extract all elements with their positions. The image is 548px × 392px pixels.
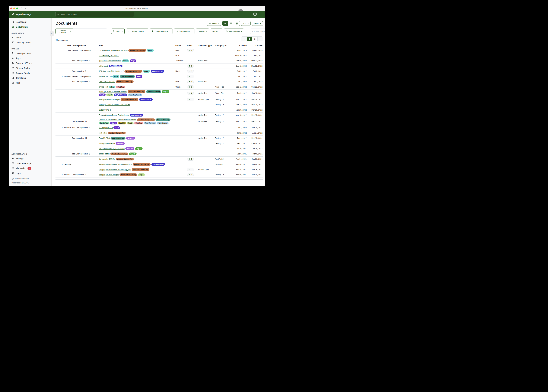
sidebar-item-documentation[interactable]: Documentation xyxy=(12,177,49,181)
notes-badge[interactable]: 2 xyxy=(187,49,194,52)
tag-pill[interactable]: TagWithPartial xyxy=(151,163,165,166)
document-title-link[interactable]: sample-pdf-with-images xyxy=(99,174,119,176)
cell-correspondent[interactable]: Correspondent 14 xyxy=(72,137,98,139)
cell-document-type[interactable]: Another Type xyxy=(198,168,214,171)
document-title-link[interactable]: sat-practice-test-1_pt2-collated xyxy=(99,147,125,150)
document-title-link[interactable]: 0004814539_20230531 xyxy=(99,55,119,57)
notes-badge[interactable]: 1 xyxy=(187,64,194,68)
cell-correspondent[interactable]: Test Correspondent 1 xyxy=(72,81,98,83)
title-content-input[interactable] xyxy=(73,28,107,34)
close-window-button[interactable] xyxy=(10,7,12,9)
tag-pill[interactable]: Inbox xyxy=(112,75,119,78)
document-title-link[interactable]: A Sample PDF 2 xyxy=(99,127,113,129)
tag-pill[interactable]: Tag 3 xyxy=(138,174,145,176)
reset-filters-button[interactable]: × Reset filters xyxy=(250,28,265,34)
document-title-link[interactable]: multi-page-mixedxx xyxy=(99,142,115,144)
document-title-link[interactable]: H7_Napoleon_Bonaparte_zadanie xyxy=(99,49,128,51)
document-title-link[interactable]: ReadMe Test xyxy=(99,137,110,139)
notes-badge[interactable]: 4 xyxy=(187,80,194,83)
tag-pill[interactable]: With Perms xyxy=(157,122,169,125)
forward-icon[interactable] xyxy=(24,7,26,9)
filter-correspondent-button[interactable]: Correspondent xyxy=(126,28,148,34)
cell-document-type[interactable]: Invoice Test xyxy=(198,114,214,116)
tag-pill[interactable]: Test Tag xyxy=(134,122,143,125)
document-title-link[interactable]: Review-of-New-York-Federal-Petitions-art… xyxy=(99,119,136,121)
document-title-link[interactable]: Sonstige ScanPC2022 03-24_081058 xyxy=(99,104,130,106)
sidebar-item-documents[interactable]: Documents xyxy=(9,24,51,29)
sidebar-item-storage-paths[interactable]: Storage Paths xyxy=(9,66,51,70)
tag-pill[interactable]: NewOne xyxy=(126,137,135,140)
tag-pill[interactable]: Tag 2 xyxy=(136,75,142,78)
row-checkbox[interactable] xyxy=(56,81,56,83)
tag-pill[interactable]: Inbox xyxy=(143,70,150,73)
cell-storage-path[interactable]: TestPath2 xyxy=(215,158,230,160)
tag-pill[interactable]: Test Tag xyxy=(116,86,125,88)
row-checkbox[interactable] xyxy=(56,168,56,171)
row-checkbox[interactable] xyxy=(56,86,56,88)
tag-pill[interactable]: Tag 2 xyxy=(99,93,106,96)
sidebar-item-recently-added[interactable]: Recently Added xyxy=(9,40,51,45)
cell-storage-path[interactable]: Year - Title xyxy=(215,86,230,88)
filter-added-button[interactable]: Added xyxy=(211,28,222,34)
tag-pill[interactable]: Another Sample Tag xyxy=(128,90,145,93)
sidebar-item-users-groups[interactable]: Users & Groups xyxy=(9,161,51,166)
minimize-window-button[interactable] xyxy=(13,7,15,9)
row-checkbox[interactable] xyxy=(56,163,56,166)
column-header-added[interactable]: ↑Added xyxy=(247,44,262,47)
notes-badge[interactable]: 4 xyxy=(187,173,194,176)
sidebar-item-mail[interactable]: Mail xyxy=(9,80,51,85)
cell-storage-path[interactable]: Testing 12 xyxy=(215,104,230,106)
user-menu[interactable] xyxy=(253,12,260,16)
document-title-link[interactable]: 2sample-pdf-with-images xyxy=(99,98,120,101)
cell-correspondent[interactable]: Newest Correspondent xyxy=(72,49,98,51)
document-title-link[interactable]: French Country Bread Revised.docx xyxy=(99,114,129,116)
sidebar-item-inbox[interactable]: Inbox xyxy=(9,35,51,40)
tag-pill[interactable]: Tag 3 xyxy=(106,93,113,96)
search-input[interactable] xyxy=(60,13,133,16)
row-checkbox[interactable] xyxy=(56,65,56,67)
notes-badge[interactable]: 1 xyxy=(187,98,194,101)
back-icon[interactable] xyxy=(20,7,22,9)
sidebar-item-logs[interactable]: Logs xyxy=(9,171,51,176)
tag-pill[interactable]: TagWithPartial xyxy=(139,98,153,101)
document-title-link[interactable]: UM_PPBE_en_v29 xyxy=(99,81,115,83)
row-checkbox[interactable] xyxy=(56,158,56,160)
sidebar-item-document-types[interactable]: Document Types xyxy=(9,61,51,66)
tag-pill[interactable]: Inbox xyxy=(122,59,129,62)
column-header-created[interactable]: Created xyxy=(231,44,247,47)
column-header-document-type[interactable]: Document type xyxy=(198,44,214,47)
tag-pill[interactable]: Another Sample Tag xyxy=(116,80,134,83)
tag-pill[interactable]: TagWithPartial xyxy=(109,65,123,67)
sidebar-item-custom-fields[interactable]: Custom Fields xyxy=(9,70,51,76)
document-title-link[interactable]: tablerates2 xyxy=(99,65,108,67)
row-checkbox[interactable] xyxy=(56,60,56,62)
row-checkbox[interactable] xyxy=(56,92,56,94)
view-list-button[interactable] xyxy=(223,21,228,26)
column-header-owner[interactable]: Owner xyxy=(175,44,186,47)
tag-pill[interactable]: Tag 12 xyxy=(162,90,169,93)
tag-pill[interactable]: Inbox xyxy=(108,86,115,88)
pagination-page-1[interactable]: 1 xyxy=(247,37,252,41)
tag-pill[interactable]: Tag 12 xyxy=(135,147,143,150)
tag-pill[interactable]: Tag 2 xyxy=(110,122,117,125)
tag-pill[interactable]: Another Sample Tag xyxy=(133,163,151,166)
tag-pill[interactable]: Just another tag xyxy=(120,75,135,78)
filter-created-button[interactable]: Created xyxy=(196,28,209,34)
notes-badge[interactable]: 1 xyxy=(187,85,194,88)
tag-pill[interactable]: Just another tag xyxy=(110,137,125,140)
tag-pill[interactable]: Another Sample Tag xyxy=(108,132,126,134)
cell-storage-path[interactable]: TestPath2 xyxy=(215,163,230,165)
notes-badge[interactable]: 5 xyxy=(187,158,194,161)
column-header-title[interactable]: Title xyxy=(99,44,174,47)
tag-pill[interactable]: TagWithPartial xyxy=(114,93,127,96)
pagination-prev-button[interactable]: « xyxy=(242,37,247,41)
row-checkbox[interactable] xyxy=(56,126,56,129)
row-checkbox[interactable] xyxy=(56,49,56,52)
cell-storage-path[interactable]: Testing 12 xyxy=(215,137,230,139)
filter-document-type-button[interactable]: Document type xyxy=(150,28,173,34)
tag-pill[interactable]: Tag 3 xyxy=(127,122,134,125)
cell-correspondent[interactable]: Correspondent 9 xyxy=(72,70,98,72)
document-title-link[interactable]: InDesign 2022 Scripting Read Me xyxy=(99,91,127,93)
filter-permissions-button[interactable]: Permissions xyxy=(224,28,244,34)
tag-pill[interactable]: Another Sample Tag xyxy=(137,119,155,121)
